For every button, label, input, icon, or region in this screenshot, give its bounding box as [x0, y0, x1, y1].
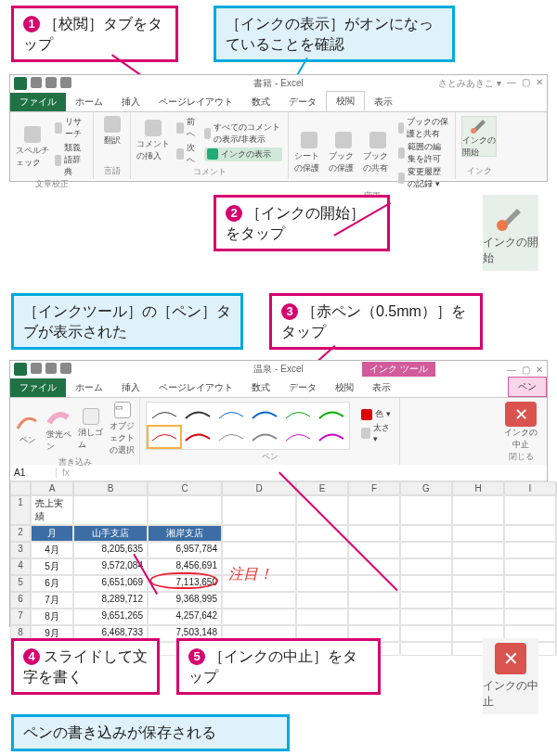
show-ink-button[interactable]: インクの表示	[204, 147, 282, 161]
cell[interactable]	[296, 592, 348, 609]
cell[interactable]: 6月	[31, 575, 73, 592]
cell[interactable]: 山手支店	[73, 525, 148, 542]
cell[interactable]	[504, 542, 556, 558]
col-header[interactable]: F	[348, 481, 400, 495]
pen-button[interactable]: ペン	[15, 412, 41, 446]
cell[interactable]	[504, 609, 556, 625]
minimize-icon[interactable]: —	[507, 365, 516, 375]
cell[interactable]: 4,257,642	[148, 609, 222, 625]
pen-swatch[interactable]	[182, 404, 214, 425]
col-header[interactable]: C	[148, 481, 222, 495]
ink-stop-button[interactable]: ✕	[505, 402, 537, 427]
cell[interactable]	[296, 558, 348, 575]
track-changes-button[interactable]: 変更履歴の記録 ▾	[398, 166, 449, 190]
maximize-icon[interactable]: ▢	[522, 365, 530, 375]
pen-swatch[interactable]	[282, 404, 314, 425]
fx-icon[interactable]: fx	[57, 468, 75, 478]
cell[interactable]	[222, 525, 296, 542]
col-header[interactable]: G	[400, 481, 452, 495]
pen-swatch[interactable]	[215, 404, 247, 425]
cell[interactable]: 8,289,712	[73, 592, 148, 609]
cell[interactable]: 9,368,995	[148, 592, 222, 609]
row-header[interactable]: 5	[10, 575, 31, 592]
row-header[interactable]: 6	[10, 592, 31, 609]
prev-comment-button[interactable]: 前へ	[176, 116, 199, 140]
tab-layout[interactable]: ページレイアウト	[149, 93, 242, 111]
pen-swatch[interactable]	[215, 427, 247, 447]
cell[interactable]	[452, 495, 504, 525]
row-header[interactable]: 4	[10, 558, 31, 575]
ink-start-button[interactable]: インクの開始	[461, 116, 497, 157]
cell[interactable]	[504, 592, 556, 609]
cell[interactable]	[452, 609, 504, 625]
tab-file[interactable]: ファイル	[10, 93, 66, 111]
cell[interactable]: 4月	[31, 542, 73, 558]
cell[interactable]: 売上実績	[31, 495, 73, 525]
cell[interactable]	[504, 495, 556, 525]
share-book-button[interactable]: ブックの共有	[363, 132, 392, 174]
col-header[interactable]: B	[73, 481, 148, 495]
thesaurus-button[interactable]: 類義語辞典	[55, 142, 87, 178]
tab-file[interactable]: ファイル	[10, 378, 66, 397]
cell[interactable]	[222, 592, 296, 609]
cell[interactable]	[296, 542, 348, 558]
pen-swatch[interactable]	[149, 404, 180, 425]
translate-button[interactable]: 翻訳	[99, 116, 125, 147]
tab-view[interactable]: 表示	[365, 93, 402, 111]
maximize-icon[interactable]: ▢	[522, 77, 530, 90]
cell[interactable]	[452, 558, 504, 575]
cell[interactable]	[296, 609, 348, 625]
tab-view[interactable]: 表示	[363, 378, 400, 397]
qat-save-icon[interactable]	[31, 363, 42, 374]
row-header[interactable]: 1	[10, 495, 31, 525]
cell[interactable]	[400, 609, 452, 625]
tab-home[interactable]: ホーム	[66, 378, 112, 397]
cell[interactable]	[504, 558, 556, 575]
tab-pen[interactable]: ペン	[508, 377, 547, 397]
close-icon[interactable]: ✕	[536, 365, 543, 375]
cell[interactable]	[452, 575, 504, 592]
protect-share-button[interactable]: ブックの保護と共有	[398, 116, 449, 140]
minimize-icon[interactable]: —	[507, 77, 516, 90]
cell[interactable]: 6,651,069	[73, 575, 148, 592]
row-header[interactable]: 2	[10, 525, 31, 542]
next-comment-button[interactable]: 次へ	[176, 142, 199, 166]
allow-edit-button[interactable]: 範囲の編集を許可	[398, 141, 449, 165]
cell[interactable]	[400, 525, 452, 542]
pen-swatch[interactable]	[182, 427, 214, 447]
new-comment-button[interactable]: コメントの挿入	[136, 120, 171, 162]
cell[interactable]	[400, 625, 452, 642]
cell[interactable]	[452, 592, 504, 609]
tab-data[interactable]: データ	[279, 93, 326, 111]
cell[interactable]	[296, 575, 348, 592]
row-header[interactable]: 3	[10, 542, 31, 558]
pen-swatch[interactable]	[316, 404, 347, 425]
pen-swatch[interactable]	[316, 427, 347, 447]
qat-undo-icon[interactable]	[45, 363, 57, 374]
qat-redo-icon[interactable]	[60, 77, 71, 88]
cell[interactable]	[400, 542, 452, 558]
tab-layout[interactable]: ページレイアウト	[149, 378, 242, 397]
qat-undo-icon[interactable]	[45, 77, 57, 88]
tab-insert[interactable]: 挿入	[112, 378, 149, 397]
tab-review[interactable]: 校閲	[326, 378, 363, 397]
tab-formula[interactable]: 数式	[242, 93, 279, 111]
research-button[interactable]: リサーチ	[55, 116, 87, 140]
cell[interactable]	[348, 609, 400, 625]
cell[interactable]	[400, 592, 452, 609]
tab-insert[interactable]: 挿入	[112, 93, 149, 111]
cell[interactable]: 6,957,784	[148, 542, 222, 558]
pen-swatch[interactable]	[249, 427, 280, 447]
cell[interactable]	[452, 542, 504, 558]
pen-color-button[interactable]: 色 ▾	[361, 408, 394, 420]
cell[interactable]	[348, 525, 400, 542]
cell[interactable]: 8月	[31, 609, 73, 625]
cell[interactable]	[73, 495, 148, 525]
cell[interactable]	[222, 542, 296, 558]
user-name[interactable]: さとみあきこ ▾	[438, 77, 501, 90]
protect-sheet-button[interactable]: シートの保護	[294, 132, 323, 174]
select-button[interactable]: ▭オブジェクトの選択	[110, 402, 136, 456]
cell[interactable]: 7月	[31, 592, 73, 609]
cell[interactable]	[504, 575, 556, 592]
spell-check-button[interactable]: スペルチェック	[16, 126, 49, 169]
